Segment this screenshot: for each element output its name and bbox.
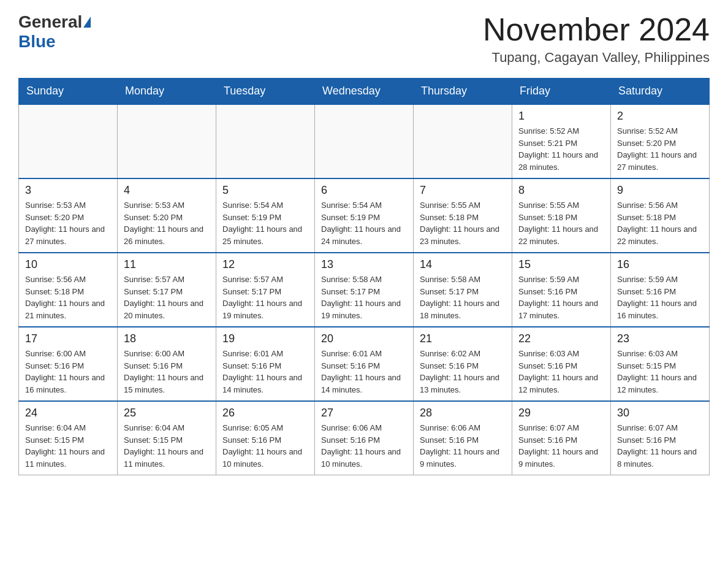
calendar-cell: 28Sunrise: 6:06 AMSunset: 5:16 PMDayligh… <box>414 401 512 475</box>
day-info: Sunrise: 5:58 AMSunset: 5:17 PMDaylight:… <box>321 274 407 321</box>
calendar-cell: 6Sunrise: 5:54 AMSunset: 5:19 PMDaylight… <box>315 178 414 253</box>
day-info: Sunrise: 6:06 AMSunset: 5:16 PMDaylight:… <box>321 422 407 470</box>
day-info: Sunrise: 6:00 AMSunset: 5:16 PMDaylight:… <box>25 348 111 396</box>
calendar-cell: 15Sunrise: 5:59 AMSunset: 5:16 PMDayligh… <box>512 253 611 327</box>
calendar-cell: 24Sunrise: 6:04 AMSunset: 5:15 PMDayligh… <box>19 401 118 475</box>
calendar-cell: 25Sunrise: 6:04 AMSunset: 5:15 PMDayligh… <box>118 401 216 475</box>
calendar-cell: 8Sunrise: 5:55 AMSunset: 5:18 PMDaylight… <box>512 178 611 253</box>
calendar-cell: 18Sunrise: 6:00 AMSunset: 5:16 PMDayligh… <box>118 327 216 401</box>
day-number: 9 <box>617 184 703 197</box>
day-number: 10 <box>25 258 111 271</box>
calendar-cell <box>315 104 414 178</box>
day-info: Sunrise: 5:58 AMSunset: 5:17 PMDaylight:… <box>420 274 506 321</box>
day-info: Sunrise: 5:59 AMSunset: 5:16 PMDaylight:… <box>617 274 703 321</box>
day-info: Sunrise: 6:07 AMSunset: 5:16 PMDaylight:… <box>617 422 703 470</box>
calendar-cell <box>414 104 512 178</box>
calendar-week-row: 24Sunrise: 6:04 AMSunset: 5:15 PMDayligh… <box>19 401 710 475</box>
day-info: Sunrise: 5:56 AMSunset: 5:18 PMDaylight:… <box>25 274 111 321</box>
calendar-cell: 1Sunrise: 5:52 AMSunset: 5:21 PMDaylight… <box>512 104 611 178</box>
day-info: Sunrise: 5:56 AMSunset: 5:18 PMDaylight:… <box>617 199 703 247</box>
day-number: 18 <box>124 332 210 345</box>
calendar-cell <box>19 104 118 178</box>
logo: General Blue <box>18 12 92 52</box>
day-number: 13 <box>321 258 407 271</box>
day-info: Sunrise: 6:05 AMSunset: 5:16 PMDaylight:… <box>222 422 308 470</box>
calendar-header-saturday: Saturday <box>611 79 710 105</box>
day-info: Sunrise: 6:01 AMSunset: 5:16 PMDaylight:… <box>222 348 308 396</box>
day-number: 24 <box>25 407 111 419</box>
calendar-cell: 4Sunrise: 5:53 AMSunset: 5:20 PMDaylight… <box>118 178 216 253</box>
calendar-header-friday: Friday <box>512 79 611 105</box>
day-info: Sunrise: 6:02 AMSunset: 5:16 PMDaylight:… <box>420 348 506 396</box>
logo-general-text: General <box>18 12 82 32</box>
calendar-header-row: SundayMondayTuesdayWednesdayThursdayFrid… <box>19 79 710 105</box>
calendar-header-thursday: Thursday <box>414 79 512 105</box>
day-number: 25 <box>124 407 210 419</box>
day-info: Sunrise: 5:53 AMSunset: 5:20 PMDaylight:… <box>124 199 210 247</box>
calendar-cell: 17Sunrise: 6:00 AMSunset: 5:16 PMDayligh… <box>19 327 118 401</box>
calendar-header-monday: Monday <box>118 79 216 105</box>
day-number: 16 <box>617 258 703 271</box>
day-info: Sunrise: 5:54 AMSunset: 5:19 PMDaylight:… <box>222 199 308 247</box>
day-info: Sunrise: 5:52 AMSunset: 5:21 PMDaylight:… <box>518 125 604 173</box>
calendar-cell: 7Sunrise: 5:55 AMSunset: 5:18 PMDaylight… <box>414 178 512 253</box>
day-info: Sunrise: 5:55 AMSunset: 5:18 PMDaylight:… <box>420 199 506 247</box>
calendar-table: SundayMondayTuesdayWednesdayThursdayFrid… <box>18 78 710 475</box>
day-info: Sunrise: 5:54 AMSunset: 5:19 PMDaylight:… <box>321 199 407 247</box>
day-info: Sunrise: 6:04 AMSunset: 5:15 PMDaylight:… <box>124 422 210 470</box>
day-info: Sunrise: 6:07 AMSunset: 5:16 PMDaylight:… <box>518 422 604 470</box>
logo-triangle-icon <box>83 17 91 28</box>
day-number: 23 <box>617 332 703 345</box>
calendar-cell: 21Sunrise: 6:02 AMSunset: 5:16 PMDayligh… <box>414 327 512 401</box>
calendar-cell <box>118 104 216 178</box>
day-number: 30 <box>617 407 703 419</box>
day-number: 26 <box>222 407 308 419</box>
day-number: 8 <box>518 184 604 197</box>
calendar-cell: 11Sunrise: 5:57 AMSunset: 5:17 PMDayligh… <box>118 253 216 327</box>
day-info: Sunrise: 5:53 AMSunset: 5:20 PMDaylight:… <box>25 199 111 247</box>
calendar-header-sunday: Sunday <box>19 79 118 105</box>
month-title: November 2024 <box>483 12 710 47</box>
calendar-cell: 13Sunrise: 5:58 AMSunset: 5:17 PMDayligh… <box>315 253 414 327</box>
calendar-cell: 22Sunrise: 6:03 AMSunset: 5:16 PMDayligh… <box>512 327 611 401</box>
calendar-week-row: 17Sunrise: 6:00 AMSunset: 5:16 PMDayligh… <box>19 327 710 401</box>
day-number: 3 <box>25 184 111 197</box>
calendar-cell: 16Sunrise: 5:59 AMSunset: 5:16 PMDayligh… <box>611 253 710 327</box>
day-number: 11 <box>124 258 210 271</box>
day-info: Sunrise: 6:04 AMSunset: 5:15 PMDaylight:… <box>25 422 111 470</box>
calendar-cell: 2Sunrise: 5:52 AMSunset: 5:20 PMDaylight… <box>611 104 710 178</box>
location-title: Tupang, Cagayan Valley, Philippines <box>483 50 710 66</box>
day-info: Sunrise: 5:57 AMSunset: 5:17 PMDaylight:… <box>222 274 308 321</box>
day-number: 19 <box>222 332 308 345</box>
day-info: Sunrise: 5:52 AMSunset: 5:20 PMDaylight:… <box>617 125 703 173</box>
calendar-cell: 19Sunrise: 6:01 AMSunset: 5:16 PMDayligh… <box>216 327 315 401</box>
day-info: Sunrise: 5:59 AMSunset: 5:16 PMDaylight:… <box>518 274 604 321</box>
day-number: 4 <box>124 184 210 197</box>
day-number: 5 <box>222 184 308 197</box>
calendar-cell: 23Sunrise: 6:03 AMSunset: 5:15 PMDayligh… <box>611 327 710 401</box>
title-block: November 2024 Tupang, Cagayan Valley, Ph… <box>483 12 710 66</box>
day-number: 6 <box>321 184 407 197</box>
day-number: 15 <box>518 258 604 271</box>
calendar-cell: 3Sunrise: 5:53 AMSunset: 5:20 PMDaylight… <box>19 178 118 253</box>
day-number: 28 <box>420 407 506 419</box>
calendar-week-row: 1Sunrise: 5:52 AMSunset: 5:21 PMDaylight… <box>19 104 710 178</box>
calendar-header-tuesday: Tuesday <box>216 79 315 105</box>
calendar-cell <box>216 104 315 178</box>
day-info: Sunrise: 6:03 AMSunset: 5:16 PMDaylight:… <box>518 348 604 396</box>
calendar-cell: 20Sunrise: 6:01 AMSunset: 5:16 PMDayligh… <box>315 327 414 401</box>
calendar-cell: 5Sunrise: 5:54 AMSunset: 5:19 PMDaylight… <box>216 178 315 253</box>
day-number: 14 <box>420 258 506 271</box>
calendar-cell: 26Sunrise: 6:05 AMSunset: 5:16 PMDayligh… <box>216 401 315 475</box>
day-number: 20 <box>321 332 407 345</box>
calendar-cell: 10Sunrise: 5:56 AMSunset: 5:18 PMDayligh… <box>19 253 118 327</box>
day-number: 27 <box>321 407 407 419</box>
day-number: 12 <box>222 258 308 271</box>
calendar-header-wednesday: Wednesday <box>315 79 414 105</box>
day-number: 22 <box>518 332 604 345</box>
calendar-cell: 30Sunrise: 6:07 AMSunset: 5:16 PMDayligh… <box>611 401 710 475</box>
calendar-cell: 12Sunrise: 5:57 AMSunset: 5:17 PMDayligh… <box>216 253 315 327</box>
calendar-week-row: 3Sunrise: 5:53 AMSunset: 5:20 PMDaylight… <box>19 178 710 253</box>
day-info: Sunrise: 6:06 AMSunset: 5:16 PMDaylight:… <box>420 422 506 470</box>
day-info: Sunrise: 5:55 AMSunset: 5:18 PMDaylight:… <box>518 199 604 247</box>
